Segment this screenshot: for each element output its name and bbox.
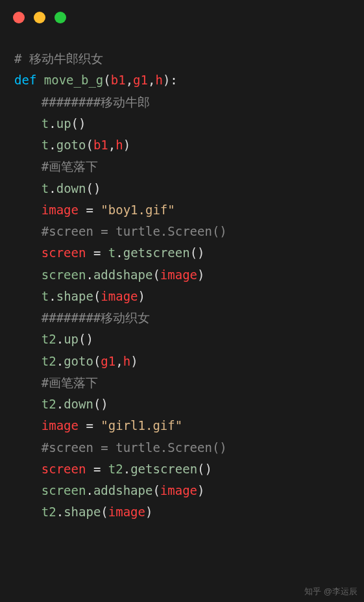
minimize-icon[interactable] bbox=[34, 12, 45, 23]
function-name: move_b_g bbox=[44, 73, 104, 87]
close-icon[interactable] bbox=[13, 12, 25, 23]
comment-line: # 移动牛郎织女 bbox=[14, 51, 103, 66]
maximize-icon[interactable] bbox=[55, 12, 66, 23]
keyword-def: def bbox=[14, 73, 36, 87]
watermark: 知乎 @李运辰 bbox=[304, 584, 358, 599]
window-controls bbox=[0, 0, 364, 35]
code-block: # 移动牛郎织女 def move_b_g(b1,g1,h): ########… bbox=[0, 35, 364, 536]
